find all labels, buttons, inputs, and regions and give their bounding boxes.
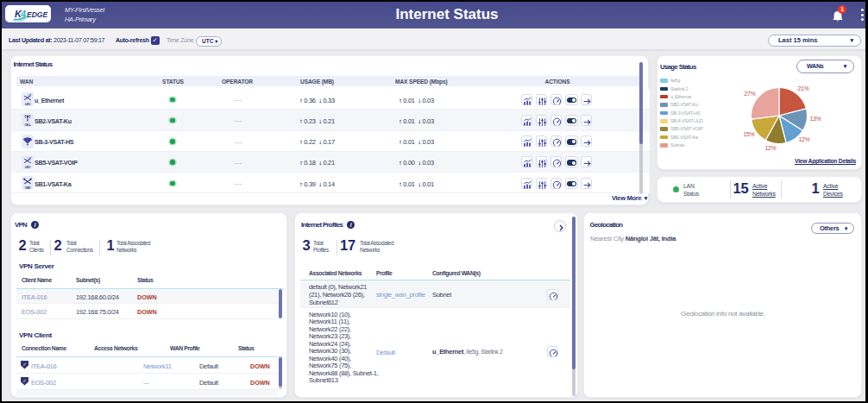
svg-text:LEO: LEO [24,166,30,169]
svg-text:LEO: LEO [24,103,30,106]
svg-text:4: 4 [20,9,26,19]
svg-text:EDGE: EDGE [27,10,47,19]
svg-text:VSAT: VSAT [24,186,30,190]
svg-text:CELL: CELL [24,123,30,127]
